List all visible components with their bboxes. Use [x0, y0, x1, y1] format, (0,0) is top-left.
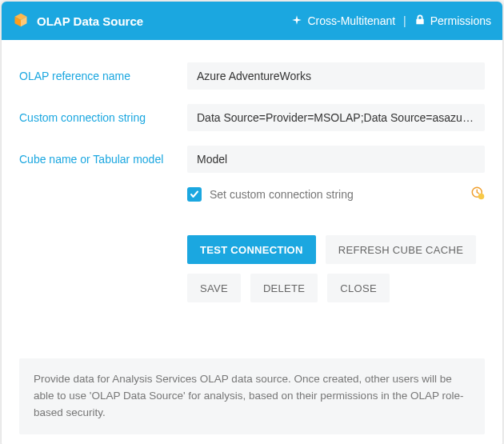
secondary-button-row: SAVE DELETE CLOSE [187, 274, 485, 302]
dialog-title: OLAP Data Source [37, 14, 143, 28]
permissions-link[interactable]: Permissions [414, 14, 491, 28]
connection-string-input[interactable]: Data Source=Provider=MSOLAP;Data Source=… [187, 104, 485, 131]
custom-connection-checkbox-label: Set custom connection string [210, 188, 354, 201]
cube-name-input[interactable]: Model [187, 146, 485, 173]
sparkle-icon [291, 14, 302, 28]
custom-connection-checkbox-row: Set custom connection string [187, 187, 485, 202]
svg-point-1 [478, 194, 485, 200]
connection-string-label: Custom connection string [19, 111, 187, 124]
cross-multitenant-link[interactable]: Cross-Multitenant [291, 14, 395, 28]
reference-name-input[interactable]: Azure AdventureWorks [187, 62, 485, 90]
reference-name-label: OLAP reference name [19, 70, 187, 82]
refresh-cube-cache-button[interactable]: REFRESH CUBE CACHE [326, 235, 476, 264]
cube-icon [13, 12, 29, 30]
status-warning-icon [470, 186, 485, 203]
primary-button-row: TEST CONNECTION REFRESH CUBE CACHE [187, 235, 485, 264]
dialog-header: OLAP Data Source Cross-Multitenant | Per… [2, 2, 502, 40]
close-button[interactable]: CLOSE [327, 274, 390, 302]
custom-connection-checkbox[interactable] [187, 187, 202, 202]
cube-name-label: Cube name or Tabular model [19, 153, 187, 166]
reference-name-row: OLAP reference name Azure AdventureWorks [19, 62, 485, 90]
test-connection-button[interactable]: TEST CONNECTION [187, 235, 316, 264]
cross-multitenant-label: Cross-Multitenant [307, 14, 395, 27]
permissions-label: Permissions [430, 14, 491, 27]
save-button[interactable]: SAVE [187, 274, 241, 302]
delete-button[interactable]: DELETE [250, 274, 318, 302]
lock-icon [414, 14, 426, 28]
header-divider: | [403, 14, 406, 27]
cube-name-row: Cube name or Tabular model Model [19, 146, 485, 173]
connection-string-row: Custom connection string Data Source=Pro… [19, 104, 485, 131]
footer-description: Provide data for Analysis Services OLAP … [19, 358, 485, 434]
dialog-body: OLAP reference name Azure AdventureWorks… [2, 40, 502, 444]
olap-data-source-dialog: OLAP Data Source Cross-Multitenant | Per… [2, 2, 502, 444]
